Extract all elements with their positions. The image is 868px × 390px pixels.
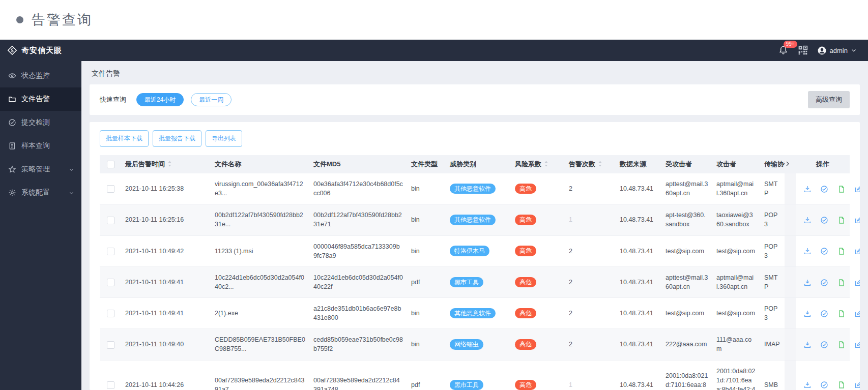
sidebar-item-submit-detect[interactable]: 提交检测 (0, 111, 81, 134)
fixed-column-gap (785, 329, 796, 360)
row-checkbox[interactable] (107, 341, 114, 349)
cell-source: 10.48.73.41 (616, 360, 661, 390)
quick-query-option-last-24h[interactable]: 最近24小时 (136, 93, 184, 106)
download-icon[interactable] (803, 279, 812, 287)
edit-icon[interactable] (854, 279, 860, 287)
col-header-risk[interactable]: 风险系数 (511, 155, 565, 173)
batch-report-download-button[interactable]: 批量报告下载 (153, 130, 201, 147)
quick-query-option-last-week[interactable]: 最近一周 (191, 93, 232, 106)
advanced-query-button[interactable]: 高级查询 (808, 91, 850, 108)
page-title: 告警查询 (32, 11, 93, 29)
sort-icon[interactable] (544, 160, 548, 167)
export-list-button[interactable]: 导出列表 (206, 130, 242, 147)
col-header-file-type: 文件类型 (407, 155, 446, 173)
download-icon[interactable] (803, 341, 812, 349)
risk-tag: 高危 (515, 308, 536, 318)
download-icon[interactable] (803, 216, 812, 224)
sort-icon[interactable] (167, 160, 172, 167)
sidebar-item-system-config[interactable]: 系统配置 (0, 181, 81, 204)
row-checkbox[interactable] (107, 217, 114, 224)
cell-attacker: test@sip.com (712, 235, 760, 266)
download-icon[interactable] (803, 185, 812, 193)
report-file-icon[interactable] (837, 341, 846, 349)
cell-operations (796, 235, 850, 266)
qr-code-icon[interactable] (798, 45, 808, 55)
row-checkbox[interactable] (107, 185, 114, 193)
sidebar-item-label: 提交检测 (21, 118, 74, 127)
notification-bell-icon[interactable]: 99+ (778, 45, 789, 55)
threat-type-tag: 网络蠕虫 (450, 339, 483, 349)
sidebar-item-status-monitor[interactable]: 状态监控 (0, 64, 81, 87)
col-header-alert-count[interactable]: 告警次数 (565, 155, 616, 173)
main-content: 文件告警 快速查询 最近24小时最近一周 高级查询 批量样本下载批量报告下载导出… (81, 61, 868, 390)
table-header-row: 最后告警时间 文件名称 文件MD5 文件类型 威胁类别 风险系数 告警次数 数据… (100, 155, 850, 173)
download-icon[interactable] (803, 310, 812, 318)
row-checkbox[interactable] (107, 248, 114, 255)
fixed-column-gap (785, 235, 796, 266)
cell-source: 10.48.73.41 (616, 173, 661, 204)
check-circle-icon[interactable] (820, 381, 828, 389)
report-file-icon[interactable] (837, 381, 846, 389)
risk-tag: 高危 (515, 380, 536, 390)
edit-icon[interactable] (854, 247, 860, 255)
edit-icon[interactable] (854, 185, 860, 193)
sidebar-item-file-alerts[interactable]: 文件告警 (0, 87, 81, 111)
cell-alert-count: 2 (565, 329, 616, 360)
row-checkbox[interactable] (107, 279, 114, 286)
report-file-icon[interactable] (837, 216, 846, 224)
risk-tag: 高危 (515, 246, 536, 256)
select-all-checkbox[interactable] (107, 161, 114, 168)
sidebar-item-sample-query[interactable]: 样本查询 (0, 134, 81, 158)
check-circle-icon (8, 118, 16, 127)
edit-icon[interactable] (854, 381, 860, 389)
cell-md5: cedd85b059eae731b50fbe0c98b755f2 (309, 329, 407, 360)
cell-file-type: bin (407, 204, 446, 235)
gear-icon (8, 189, 16, 197)
cell-victim: apttest@mail.360apt.cn (661, 266, 712, 297)
report-file-icon[interactable] (837, 279, 846, 287)
cell-alert-count: 1 (565, 360, 616, 390)
app-window: 奇安信天眼 99+ (0, 40, 868, 390)
check-circle-icon[interactable] (820, 247, 828, 255)
sort-icon[interactable] (598, 160, 602, 167)
check-circle-icon[interactable] (820, 216, 828, 224)
fixed-column-gap (785, 298, 796, 329)
cell-md5: 00af72839e589eda2d2212c84391a748 (309, 360, 407, 390)
table-toolbar: 批量样本下载批量报告下载导出列表 (100, 130, 850, 147)
check-circle-icon[interactable] (820, 185, 828, 193)
check-circle-icon[interactable] (820, 310, 828, 318)
edit-icon[interactable] (854, 310, 860, 318)
report-file-icon[interactable] (837, 247, 846, 255)
check-circle-icon[interactable] (820, 279, 828, 287)
edit-icon[interactable] (854, 341, 860, 349)
sidebar-item-label: 状态监控 (21, 71, 74, 80)
row-checkbox[interactable] (107, 381, 114, 389)
cell-alert-count: 2 (565, 266, 616, 297)
report-file-icon[interactable] (837, 185, 846, 193)
risk-tag: 高危 (515, 277, 536, 287)
eye-icon (8, 72, 16, 80)
cell-operations (796, 266, 850, 297)
cell-victim: 222@aaa.com (661, 329, 712, 360)
check-circle-icon[interactable] (820, 341, 828, 349)
fixed-column-gap (785, 266, 796, 297)
cell-attacker: test@sip.com (712, 298, 760, 329)
chevron-down-icon (851, 47, 857, 53)
download-icon[interactable] (803, 247, 812, 255)
threat-type-tag: 其他恶意软件 (450, 215, 496, 225)
batch-sample-download-button[interactable]: 批量样本下载 (100, 130, 149, 147)
col-header-operations: 操作 (796, 155, 850, 173)
row-checkbox[interactable] (107, 310, 114, 317)
edit-icon[interactable] (854, 216, 860, 224)
report-file-icon[interactable] (837, 310, 846, 318)
table-row: 2021-10-11 10:49:42 11233 (1).msi 000004… (100, 235, 850, 266)
download-icon[interactable] (803, 381, 812, 389)
user-menu[interactable]: admin (817, 46, 857, 55)
sidebar-item-policy-mgmt[interactable]: 策略管理 (0, 158, 81, 181)
cell-file-type: pdf (407, 360, 446, 390)
scroll-right-icon[interactable] (785, 161, 791, 167)
risk-tag: 高危 (515, 339, 536, 349)
cell-file-name: 00b2df122af7bf430590fd28bb231e... (211, 204, 309, 235)
cell-file-name: CEDD85B059EAE731B50FBE0C98B755... (211, 329, 309, 360)
col-header-time[interactable]: 最后告警时间 (121, 155, 211, 173)
